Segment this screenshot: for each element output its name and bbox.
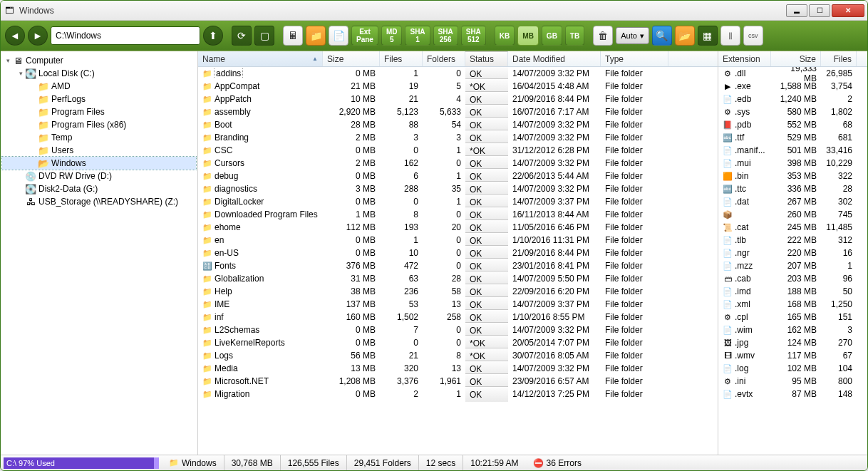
table-row[interactable]: 📁addins0 MB10OK14/07/2009 3:32 PMFile fo… [198, 67, 718, 80]
table-row[interactable]: 📁diagnostics3 MB28835OK14/07/2009 3:32 P… [198, 182, 718, 195]
table-row[interactable]: 📁Globalization31 MB6328OK14/07/2009 5:50… [198, 272, 718, 285]
sha1-button[interactable]: SHA 1 [405, 26, 430, 46]
ext-row[interactable]: 📄.ngr220 MB16 [718, 247, 867, 259]
refresh-button[interactable]: ⟳ [232, 26, 252, 46]
unit-gb-button[interactable]: GB [542, 26, 562, 46]
ext-row[interactable]: 📄.dat267 MB302 [718, 195, 867, 208]
tree-node[interactable]: 📁Program Files [2, 105, 196, 118]
ext-row[interactable]: ⚙.cpl165 MB151 [718, 311, 867, 324]
col-status[interactable]: Status [465, 51, 508, 66]
file-list-rows[interactable]: 📁addins0 MB10OK14/07/2009 3:32 PMFile fo… [198, 67, 718, 455]
table-row[interactable]: 📁en-US0 MB100OK21/09/2016 8:44 PMFile fo… [198, 247, 718, 259]
tree-node[interactable]: 📁PerfLogs [2, 93, 196, 105]
ext-row[interactable]: 📄.xml168 MB1,250 [718, 298, 867, 311]
search-button[interactable]: 🔍 [652, 26, 672, 46]
titlebar[interactable]: 🗔 Windows [1, 1, 867, 21]
tree-node[interactable]: 💿DVD RW Drive (D:) [2, 170, 196, 182]
expand-icon[interactable]: ▾ [4, 57, 12, 64]
table-row[interactable]: 📁assembly2,920 MB5,1235,633OK16/07/2016 … [198, 105, 718, 118]
ext-header[interactable]: Extension Size Files [718, 51, 867, 67]
ext-row[interactable]: 📄.mui398 MB10,229 [718, 157, 867, 170]
ext-row[interactable]: 📄.edb1,240 MB2 [718, 93, 867, 105]
ext-row[interactable]: 🟧.bin353 MB322 [718, 170, 867, 182]
ext-row[interactable]: 🖼.jpg124 MB270 [718, 336, 867, 349]
col-files[interactable]: Files [380, 51, 423, 66]
export-csv-button[interactable]: csv [743, 26, 763, 46]
table-row[interactable]: 📁Media13 MB32013OK14/07/2009 3:32 PMFile… [198, 362, 718, 375]
tree-node[interactable]: ▾💽Local Disk (C:) [2, 67, 196, 80]
stop-button[interactable]: ▢ [254, 26, 274, 46]
unit-tb-button[interactable]: TB [565, 26, 584, 46]
new-file-button[interactable]: 📄 [329, 26, 348, 46]
minimize-button[interactable] [786, 4, 807, 17]
columns-button[interactable]: ⦀ [720, 26, 740, 46]
ext-row[interactable]: 📕.pdb552 MB68 [718, 118, 867, 131]
ext-row[interactable]: 📦260 MB745 [718, 208, 867, 221]
table-row[interactable]: 📁Boot28 MB8854OK14/07/2009 3:32 PMFile f… [198, 118, 718, 131]
grid-view-button[interactable]: ▦ [698, 26, 718, 46]
address-bar[interactable] [51, 26, 200, 45]
ext-row[interactable]: 📜.cat245 MB11,485 [718, 221, 867, 234]
ext-row[interactable]: 📄.log102 MB104 [718, 362, 867, 375]
go-up-button[interactable]: ⬆ [203, 26, 223, 46]
auto-select[interactable]: Auto▾ [616, 27, 649, 44]
table-row[interactable]: 📁AppPatch10 MB214OK21/09/2016 8:44 PMFil… [198, 93, 718, 105]
ext-row[interactable]: 🔤.ttc336 MB28 [718, 182, 867, 195]
table-row[interactable]: 📁DigitalLocker0 MB01OK14/07/2009 3:37 PM… [198, 195, 718, 208]
col-type[interactable]: Type [601, 51, 668, 66]
sha512-button[interactable]: SHA 512 [461, 26, 486, 46]
col-name[interactable]: Name▲ [198, 51, 323, 66]
delete-button[interactable]: 🗑 [593, 26, 613, 46]
col-folders[interactable]: Folders [423, 51, 465, 66]
table-row[interactable]: 📁Logs56 MB218*OK30/07/2016 8:05 AMFile f… [198, 349, 718, 362]
unit-kb-button[interactable]: KB [495, 26, 515, 46]
tree-node[interactable]: 📁Program Files (x86) [2, 118, 196, 131]
table-row[interactable]: 📁inf160 MB1,502258OK1/10/2016 8:55 PMFil… [198, 311, 718, 324]
ext-row[interactable]: 📄.evtx87 MB148 [718, 388, 867, 400]
col-date[interactable]: Date Modified [508, 51, 601, 66]
forward-button[interactable]: ► [28, 26, 48, 46]
table-row[interactable]: 📁L2Schemas0 MB70OK14/07/2009 3:32 PMFile… [198, 324, 718, 336]
file-list-header[interactable]: Name▲ Size Files Folders Status Date Mod… [198, 51, 718, 67]
table-row[interactable]: 📁IME137 MB5313OK14/07/2009 3:37 PMFile f… [198, 298, 718, 311]
table-row[interactable]: 📁en0 MB10OK1/10/2016 11:31 PMFile folder [198, 234, 718, 247]
ext-row[interactable]: 📄.wim162 MB3 [718, 324, 867, 336]
ext-row[interactable]: 📄.imd188 MB50 [718, 285, 867, 298]
md5-button[interactable]: MD 5 [381, 26, 403, 46]
table-row[interactable]: 📁LiveKernelReports0 MB00*OK20/05/2014 7:… [198, 336, 718, 349]
tree-node[interactable]: 💽Disk2-Data (G:) [2, 182, 196, 195]
table-row[interactable]: 📁AppCompat21 MB195*OK16/04/2015 4:48 AMF… [198, 80, 718, 93]
browse-button[interactable]: 📂 [675, 26, 695, 46]
table-row[interactable]: 📁debug0 MB61OK22/06/2013 5:44 AMFile fol… [198, 170, 718, 182]
tree-node[interactable]: 📁Users [2, 144, 196, 157]
expand-icon[interactable]: ▾ [16, 70, 25, 77]
tree-node[interactable]: ▾🖥Computer [2, 54, 196, 67]
maximize-button[interactable] [809, 4, 830, 17]
table-row[interactable]: 📁Branding2 MB33OK14/07/2009 3:32 PMFile … [198, 131, 718, 144]
ext-row[interactable]: ⚙.ini95 MB800 [718, 375, 867, 388]
ext-pane-button[interactable]: Ext Pane [351, 26, 378, 46]
ecol-ext[interactable]: Extension [718, 51, 771, 66]
close-button[interactable] [832, 4, 864, 17]
table-row[interactable]: 📁Microsoft.NET1,208 MB3,3761,961OK23/09/… [198, 375, 718, 388]
ext-row[interactable]: 🎞.wmv117 MB67 [718, 349, 867, 362]
ext-row[interactable]: ⚙.sys580 MB1,802 [718, 105, 867, 118]
tree-node[interactable]: 📁Temp [2, 131, 196, 144]
ext-row[interactable]: 🔤.ttf529 MB681 [718, 131, 867, 144]
ecol-size[interactable]: Size [771, 51, 821, 66]
table-row[interactable]: 🔠Fonts376 MB4720OK23/01/2016 8:41 PMFile… [198, 259, 718, 272]
col-size[interactable]: Size [323, 51, 380, 66]
calculator-button[interactable]: 🖩 [283, 26, 303, 46]
ext-row[interactable]: 📄.mzz207 MB1 [718, 259, 867, 272]
ext-row[interactable]: 📄.tlb222 MB312 [718, 234, 867, 247]
table-row[interactable]: 📁Cursors2 MB1620OK14/07/2009 3:32 PMFile… [198, 157, 718, 170]
ext-row[interactable]: ▶.exe1,588 MB3,754 [718, 80, 867, 93]
unit-mb-button[interactable]: MB [517, 26, 539, 46]
ext-row[interactable]: 📄.manif...501 MB33,416 [718, 144, 867, 157]
ext-row[interactable]: 🗃.cab203 MB96 [718, 272, 867, 285]
table-row[interactable]: 📁Migration0 MB21OK14/12/2013 7:25 PMFile… [198, 388, 718, 400]
back-button[interactable]: ◄ [5, 26, 25, 46]
table-row[interactable]: 📁CSC0 MB01*OK31/12/2012 6:28 PMFile fold… [198, 144, 718, 157]
tree-node[interactable]: 📂Windows [2, 157, 196, 170]
ext-row[interactable]: ⚙.dll19,333 MB26,985 [718, 67, 867, 80]
